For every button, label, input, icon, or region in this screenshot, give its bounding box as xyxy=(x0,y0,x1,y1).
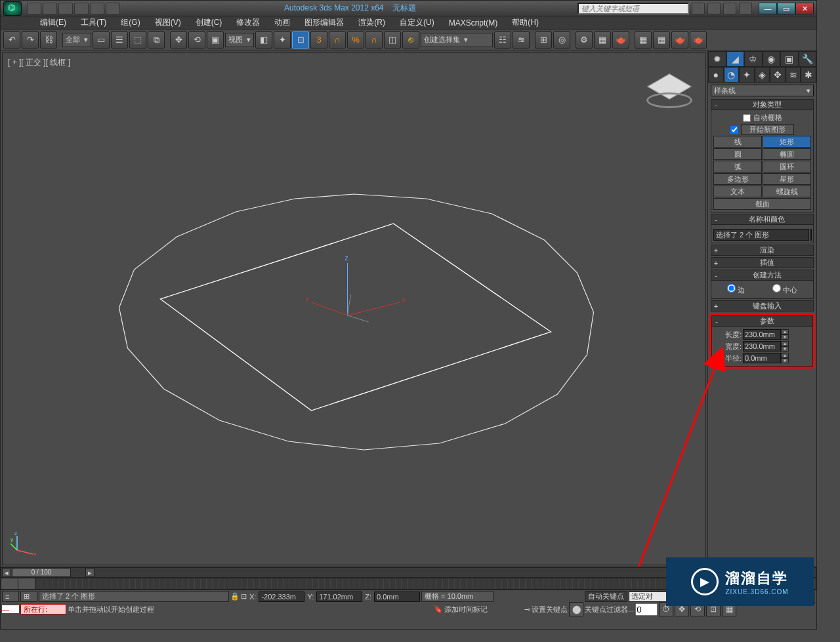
close-button[interactable]: ✕ xyxy=(795,3,814,14)
time-slider-handle[interactable]: 0 / 100 xyxy=(12,568,71,577)
width-spin-up[interactable]: ▲ xyxy=(781,341,789,346)
spinner-snap-icon[interactable]: % xyxy=(347,31,364,49)
tab-hierarchy[interactable]: ♔ xyxy=(744,51,763,67)
teapot-iterative-icon[interactable]: 🫖 xyxy=(690,31,707,49)
align-icon[interactable]: ⎋ xyxy=(402,31,419,49)
help-icon[interactable] xyxy=(739,3,752,14)
param-corner-input[interactable] xyxy=(743,353,781,363)
width-spin-down[interactable]: ▼ xyxy=(781,346,789,351)
subtab-cameras[interactable]: ◈ xyxy=(755,67,770,83)
param-length-input[interactable] xyxy=(743,329,781,340)
link-icon[interactable]: ⛓ xyxy=(40,31,57,49)
subtab-spacewarps[interactable]: ≋ xyxy=(786,67,801,83)
start-new-shape-button[interactable]: 开始新图形 xyxy=(741,124,794,135)
layer-manager-icon[interactable]: ☷ xyxy=(494,31,511,49)
maxscript-mini-icon[interactable]: ≡ xyxy=(2,591,19,602)
viewport-perspective[interactable]: [ + ][ 正交 ][ 线框 ] z x y xyxy=(2,52,706,565)
shape-category-combo[interactable]: 样条线▾ xyxy=(711,85,814,96)
scale-icon[interactable]: ▣ xyxy=(207,31,224,49)
menu-rendering[interactable]: 渲染(R) xyxy=(352,16,392,30)
rollout-creation-method-header[interactable]: -创建方法 xyxy=(711,270,814,281)
render-frame-icon[interactable]: ▦ xyxy=(594,31,611,49)
shape-rectangle-button[interactable]: 矩形 xyxy=(763,136,811,148)
rollout-rendering-header[interactable]: +渲染 xyxy=(711,245,814,256)
quick-render-icon[interactable]: ▦ xyxy=(635,31,652,49)
search-icon[interactable] xyxy=(692,3,705,14)
subtab-shapes[interactable]: ◔ xyxy=(724,67,740,83)
subtab-geometry[interactable]: ● xyxy=(708,67,724,83)
menu-customize[interactable]: 自定义(U) xyxy=(393,16,441,30)
key-filters-button[interactable]: 关键点过滤器... xyxy=(585,605,634,614)
undo-icon[interactable]: ↶ xyxy=(3,31,20,49)
mirror-icon[interactable]: ◫ xyxy=(384,31,401,49)
corner-spin-up[interactable]: ▲ xyxy=(781,353,789,358)
lock-icon[interactable]: 🔒 xyxy=(230,592,240,601)
menu-views[interactable]: 视图(V) xyxy=(148,16,188,30)
move-icon[interactable]: ✥ xyxy=(170,31,187,49)
rollout-parameters-header[interactable]: -参数 xyxy=(711,315,813,327)
shape-star-button[interactable]: 星形 xyxy=(763,173,811,185)
menu-help[interactable]: 帮助(H) xyxy=(505,16,545,30)
menu-create[interactable]: 创建(C) xyxy=(189,16,229,30)
coord-x-input[interactable] xyxy=(259,592,304,602)
key-filter-combo[interactable] xyxy=(629,592,668,602)
menu-edit[interactable]: 编辑(E) xyxy=(33,16,73,30)
menu-maxscript[interactable]: MAXScript(M) xyxy=(442,17,505,29)
key-mode-icon[interactable]: ⊸ xyxy=(524,605,530,614)
subtab-systems[interactable]: ✱ xyxy=(801,67,816,83)
start-new-shape-checkbox[interactable] xyxy=(730,126,738,134)
manipulate-icon[interactable]: ✦ xyxy=(274,31,291,49)
param-width-input[interactable] xyxy=(743,341,781,351)
snap-toggle-icon[interactable]: ⊡ xyxy=(292,31,309,49)
render-setup-icon[interactable]: ⚙ xyxy=(576,31,593,49)
rotate-icon[interactable]: ⟲ xyxy=(188,31,205,49)
auto-key-button[interactable]: 自动关键点 xyxy=(585,591,627,602)
select-window-crossing-icon[interactable]: ⧉ xyxy=(148,31,165,49)
qat-new-icon[interactable] xyxy=(27,3,41,14)
percent-snap-icon[interactable]: ∩ xyxy=(329,31,346,49)
lock-selection-icon[interactable]: ⊞ xyxy=(20,591,37,602)
qat-undo-icon[interactable] xyxy=(74,3,89,14)
curve-editor-icon[interactable]: ≋ xyxy=(513,31,530,49)
angle-snap-icon[interactable]: 3 xyxy=(310,31,327,49)
shape-circle-button[interactable]: 圆 xyxy=(713,148,762,160)
object-color-swatch[interactable] xyxy=(810,229,812,241)
menu-animation[interactable]: 动画 xyxy=(268,16,297,30)
subtab-helpers[interactable]: ✥ xyxy=(770,67,786,83)
current-frame-input[interactable] xyxy=(635,603,658,616)
qat-dropdown-icon[interactable] xyxy=(106,3,120,14)
radio-center[interactable]: 中心 xyxy=(772,284,797,295)
shape-text-button[interactable]: 文本 xyxy=(713,186,762,197)
tab-motion[interactable]: ◉ xyxy=(763,51,781,67)
qat-open-icon[interactable] xyxy=(43,3,57,14)
maximize-button[interactable]: ▭ xyxy=(777,3,795,14)
app-menu-button[interactable] xyxy=(3,1,22,16)
favorites-icon[interactable] xyxy=(723,3,736,14)
selection-filter-combo[interactable]: 全部▾ xyxy=(62,33,91,47)
add-time-tag[interactable]: 添加时间标记 xyxy=(444,605,523,614)
trackbar-curves-icon[interactable] xyxy=(18,578,35,589)
length-spin-down[interactable]: ▼ xyxy=(781,334,789,340)
timeslider-left-icon[interactable]: ◂ xyxy=(2,568,11,577)
rollout-interpolation-header[interactable]: +插值 xyxy=(711,257,814,268)
corner-spin-down[interactable]: ▼ xyxy=(781,358,789,363)
material-editor-icon[interactable]: ◎ xyxy=(553,31,570,49)
menu-modifiers[interactable]: 修改器 xyxy=(230,16,266,30)
key-big-icon[interactable]: ⬤ xyxy=(569,602,583,616)
tab-utilities[interactable]: 🔧 xyxy=(799,51,817,67)
isolate-icon[interactable]: ⊡ xyxy=(241,592,247,601)
shape-ngon-button[interactable]: 多边形 xyxy=(713,173,762,185)
length-spin-up[interactable]: ▲ xyxy=(781,329,789,334)
edit-named-sel-icon[interactable]: ∩ xyxy=(366,31,383,49)
coord-z-input[interactable] xyxy=(374,592,420,602)
auto-grid-checkbox[interactable] xyxy=(743,114,751,122)
qat-redo-icon[interactable] xyxy=(90,3,104,14)
menu-grapheditors[interactable]: 图形编辑器 xyxy=(298,16,350,30)
shape-donut-button[interactable]: 圆环 xyxy=(763,161,811,172)
ref-coord-combo[interactable]: 视图▾ xyxy=(225,33,254,47)
shape-helix-button[interactable]: 螺旋线 xyxy=(763,186,811,197)
tab-create[interactable]: ✹ xyxy=(708,51,726,67)
rollout-name-color-header[interactable]: -名称和颜色 xyxy=(711,214,814,225)
radio-edge[interactable]: 边 xyxy=(727,284,745,295)
minimize-button[interactable]: — xyxy=(759,3,777,14)
